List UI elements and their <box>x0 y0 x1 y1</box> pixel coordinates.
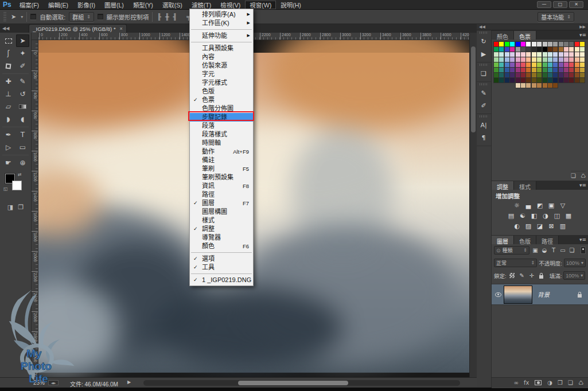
color-swatch[interactable] <box>537 47 542 52</box>
history-brush-tool[interactable]: ↺ <box>16 88 29 100</box>
color-swatch[interactable] <box>553 83 558 88</box>
color-swatch[interactable] <box>499 73 504 77</box>
color-swatch[interactable] <box>543 73 547 77</box>
color-swatch[interactable] <box>569 78 574 83</box>
delete-layer-icon[interactable]: ♺ <box>578 380 583 386</box>
color-swatch[interactable] <box>494 47 499 52</box>
character-panel-icon[interactable]: A| <box>477 119 490 131</box>
exposure-icon[interactable]: ▣ <box>547 201 556 210</box>
color-swatch[interactable] <box>580 78 585 83</box>
color-swatch[interactable] <box>532 52 536 57</box>
color-swatch[interactable] <box>521 62 525 67</box>
menu-item-排列順序(A)[interactable]: 排列順序(A)▶ <box>190 10 253 19</box>
color-swatch[interactable] <box>526 83 531 88</box>
color-swatch[interactable] <box>499 78 504 83</box>
color-swatch[interactable] <box>580 52 585 57</box>
color-swatch[interactable] <box>526 52 531 57</box>
color-swatch[interactable] <box>580 68 585 72</box>
background-layer-row[interactable]: 背景 <box>492 284 588 305</box>
color-swatch[interactable] <box>510 42 515 46</box>
color-swatch[interactable] <box>548 42 552 46</box>
color-swatch[interactable] <box>548 57 552 62</box>
color-swatch[interactable] <box>543 52 547 57</box>
color-swatch[interactable] <box>526 73 531 77</box>
menubar-item-2[interactable]: 影像(I) <box>73 1 100 9</box>
color-swatch[interactable] <box>559 62 563 67</box>
menubar-item-0[interactable]: 檔案(F) <box>15 1 44 9</box>
color-swatch[interactable] <box>559 78 563 83</box>
dodge-tool[interactable]: ◖ <box>16 113 29 126</box>
layer-thumbnail[interactable] <box>504 286 532 304</box>
selective-color-icon[interactable]: ⊠ <box>547 221 556 230</box>
new-swatch-icon[interactable]: ❏ <box>571 173 576 179</box>
color-swatch[interactable] <box>494 52 499 57</box>
vertical-scrollbar-thumb[interactable] <box>471 46 476 132</box>
opacity-field[interactable]: 100%▾ <box>564 259 586 267</box>
color-swatch[interactable] <box>553 57 558 62</box>
rectangular-marquee-tool[interactable] <box>2 34 15 47</box>
tab-styles[interactable]: 樣式 <box>514 181 536 190</box>
color-swatch[interactable] <box>543 47 547 52</box>
color-swatch[interactable] <box>516 73 520 77</box>
quick-mask-icon[interactable]: ◨ <box>7 204 13 211</box>
color-swatch[interactable] <box>521 73 525 77</box>
canvas-area[interactable] <box>38 40 469 377</box>
panel-menu-icon[interactable]: ▾≡ <box>579 237 586 243</box>
color-swatch[interactable] <box>564 73 568 77</box>
panel-menu-icon[interactable]: ▾≡ <box>579 32 586 38</box>
fill-field[interactable]: 100%▾ <box>563 271 585 280</box>
color-swatch[interactable] <box>516 68 520 72</box>
hue-saturation-icon[interactable]: ▤ <box>507 211 516 220</box>
background-color-swatch[interactable] <box>12 181 22 190</box>
color-swatch[interactable] <box>510 62 515 67</box>
color-swatch[interactable] <box>516 83 520 88</box>
color-swatch[interactable] <box>499 42 504 46</box>
screen-mode-icon[interactable]: ❐ <box>18 204 24 211</box>
menu-item-段落[interactable]: 段落 <box>190 122 253 130</box>
color-swatch[interactable] <box>559 42 563 46</box>
channel-mixer-icon[interactable]: ◫ <box>553 211 562 220</box>
color-swatch[interactable] <box>510 47 515 52</box>
color-swatch[interactable] <box>569 42 574 46</box>
color-swatch[interactable] <box>494 78 499 83</box>
color-swatch[interactable] <box>548 83 552 88</box>
layer-filter-dropdown[interactable]: ⊙ 種類 ⇕ <box>494 246 529 255</box>
posterize-icon[interactable]: ▨ <box>524 221 533 230</box>
color-swatch[interactable] <box>548 78 552 83</box>
color-swatch[interactable] <box>532 68 536 72</box>
color-swatch[interactable] <box>537 73 542 77</box>
color-swatch[interactable] <box>521 42 525 46</box>
color-swatch[interactable] <box>580 47 585 52</box>
color-swatch[interactable] <box>521 52 525 57</box>
color-swatch[interactable] <box>553 62 558 67</box>
vertical-scrollbar[interactable] <box>469 33 477 377</box>
color-swatch[interactable] <box>548 68 552 72</box>
color-swatch[interactable] <box>526 47 531 52</box>
color-swatch[interactable] <box>505 57 509 62</box>
color-swatch[interactable] <box>564 62 568 67</box>
color-swatch[interactable] <box>564 52 568 57</box>
link-layers-icon[interactable]: ∞ <box>514 380 519 386</box>
brush-presets-panel-icon[interactable]: ✐ <box>477 99 490 112</box>
color-swatch[interactable] <box>494 62 499 67</box>
brush-panel-icon[interactable]: ✎ <box>477 87 490 99</box>
type-tool[interactable]: T <box>16 128 29 141</box>
move-tool[interactable]: ➤ <box>16 34 29 47</box>
color-swatch[interactable] <box>510 78 515 83</box>
brush-tool[interactable]: ✎ <box>16 75 29 88</box>
color-swatch[interactable] <box>526 62 531 67</box>
color-swatch[interactable] <box>521 57 525 62</box>
curves-icon[interactable]: ◩ <box>536 201 544 210</box>
color-swatch[interactable] <box>516 57 520 62</box>
layer-visibility-eye-icon[interactable] <box>494 291 502 299</box>
menu-item-圖層[interactable]: 圖層✓F7 <box>190 199 253 208</box>
color-swatch[interactable] <box>543 83 547 88</box>
collapse-dock-icon[interactable]: ◀◀ <box>479 24 485 30</box>
clone-source-panel-icon[interactable]: ❏ <box>477 67 490 80</box>
auto-select-mode-dropdown[interactable]: 群組⇕ <box>69 12 94 22</box>
color-swatch[interactable] <box>532 42 536 46</box>
color-swatch[interactable] <box>494 42 499 46</box>
menu-item-延伸功能[interactable]: 延伸功能▶ <box>190 32 253 40</box>
gradient-tool[interactable] <box>16 100 29 113</box>
tab-layers[interactable]: 圖層 <box>492 236 514 244</box>
